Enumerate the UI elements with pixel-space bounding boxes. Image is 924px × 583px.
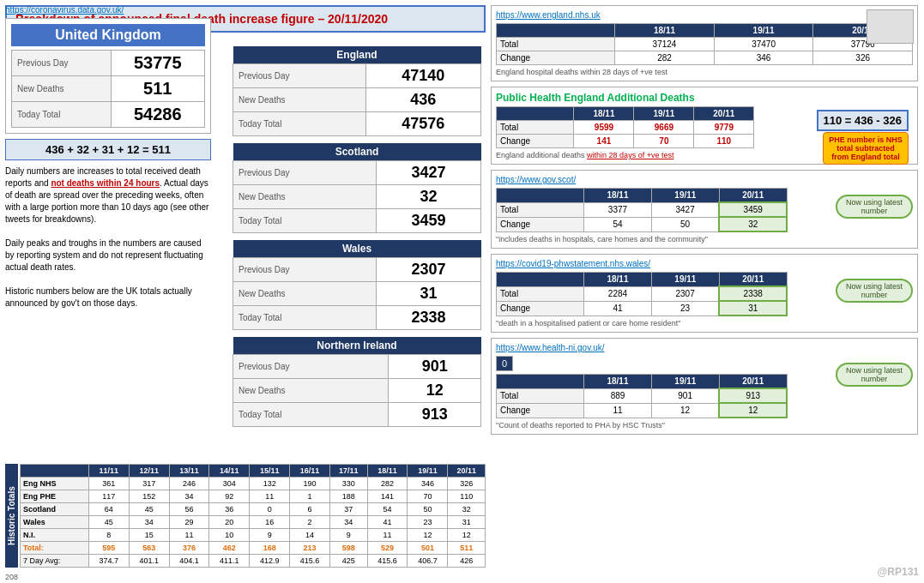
table-row: Change 141 70 110: [497, 135, 754, 148]
ni-rp-section: https://www.health-ni.gov.uk/ 0 18/11 19…: [491, 338, 918, 435]
historic-cell: 374.7: [88, 555, 129, 568]
uk-total-label: Today Total: [12, 102, 112, 128]
nhs-change-1811: 282: [615, 51, 715, 65]
phe-note: PHE number is NHS total subtracted from …: [823, 132, 909, 165]
wales-col-empty: [497, 273, 584, 287]
historic-cell: 501: [408, 542, 448, 555]
phe-change-1911: 70: [634, 135, 694, 148]
historic-col-header: [21, 465, 89, 478]
wal-prev-value: 2307: [376, 258, 480, 282]
uk-prev-value: 53775: [111, 51, 204, 76]
scot-table: 18/11 19/11 20/11 Total 3377 3427 3459 C…: [496, 188, 788, 232]
nhs-url[interactable]: https://www.england.nhs.uk: [496, 10, 913, 20]
historic-cell: 361: [88, 478, 129, 490]
wal-prev-label: Previous Day: [233, 258, 377, 282]
historic-cell: 54: [367, 503, 408, 516]
wal-new-label: New Deaths: [233, 282, 377, 306]
scot-col-1911: 19/11: [651, 189, 719, 203]
table-row: Total:595563376462168213598529501511: [21, 542, 486, 555]
scot-change-1811: 54: [584, 217, 652, 231]
historic-cell: 529: [367, 542, 408, 555]
historic-col-1611: 16/11: [290, 465, 330, 478]
nhs-col-1811: 18/11: [615, 24, 715, 38]
scotland-header: Scotland: [233, 143, 481, 161]
ni-total-2011: 913: [719, 388, 787, 403]
sco-prev-value: 3427: [376, 161, 480, 185]
phe-total-1811: 9599: [574, 121, 634, 135]
historic-cell: 34: [129, 516, 169, 529]
nhs-col-empty: [497, 24, 615, 38]
historic-col-1411: 14/11: [209, 465, 250, 478]
table-row: Wales4534292016234412331: [21, 516, 486, 529]
wal-total-value: 2338: [376, 306, 480, 330]
scot-header-row: 18/11 19/11 20/11: [497, 189, 788, 203]
phe-total-label: Total: [497, 121, 574, 135]
england-table: England Previous Day 47140 New Deaths 43…: [233, 46, 481, 136]
historic-cell: 12: [448, 529, 486, 542]
scot-change-1911: 50: [651, 217, 719, 231]
table-row: Today Total 54286: [12, 102, 205, 128]
historic-cell: 412.9: [250, 555, 290, 568]
historic-cell: 45: [88, 516, 129, 529]
desc-emphasis: not deaths within 24 hours: [51, 178, 160, 188]
ni-col-1911: 19/11: [651, 375, 719, 389]
nhs-change-2011: 326: [813, 51, 913, 65]
historic-cell: 32: [448, 503, 486, 516]
table-row: Change 11 12 12: [497, 403, 788, 418]
ni-url[interactable]: https://www.health-ni.gov.uk/: [496, 343, 913, 352]
historic-cell: 110: [448, 490, 486, 503]
historic-col-1211: 12/11: [129, 465, 169, 478]
gov-url[interactable]: https://coronavirus.data.gov.uk/: [5, 5, 486, 15]
wales-table: Wales Previous Day 2307 New Deaths 31 To…: [233, 240, 481, 330]
phe-col-1811: 18/11: [574, 107, 634, 121]
historic-cell: 29: [169, 516, 209, 529]
historic-row-label: 7 Day Avg:: [21, 555, 89, 568]
historic-col-1111: 11/11: [88, 465, 129, 478]
historic-cell: 64: [88, 503, 129, 516]
table-row: Total 889 901 913: [497, 388, 788, 403]
historic-col-1711: 17/11: [329, 465, 367, 478]
phe-formula: 110 = 436 - 326: [817, 110, 909, 131]
historic-col-2011: 20/11: [448, 465, 486, 478]
historic-cell: 511: [448, 542, 486, 555]
ni-total-label: Total: [497, 388, 584, 403]
table-row: Previous Day 53775: [12, 51, 205, 76]
historic-table: 11/11 12/11 13/11 14/11 15/11 16/11 17/1…: [20, 464, 486, 568]
ni-header-row: 18/11 19/11 20/11: [497, 375, 788, 389]
ni-total-1811: 889: [584, 388, 652, 403]
phe-caption-text: England additional deaths: [496, 151, 587, 159]
table-row: New Deaths 12: [233, 379, 481, 403]
historic-cell: 426: [448, 555, 486, 568]
scot-url[interactable]: https://www.gov.scot/: [496, 175, 913, 184]
historic-col-1911: 19/11: [408, 465, 448, 478]
historic-cell: 190: [290, 478, 330, 490]
phe-col-empty: [497, 107, 574, 121]
nhs-change-label: Change: [497, 51, 615, 65]
ni-change-label: Change: [497, 403, 584, 418]
table-row: New Deaths 511: [12, 76, 205, 102]
table-row: Previous Day 901: [233, 355, 481, 379]
ni-section: Northern Ireland Previous Day 901 New De…: [233, 337, 481, 427]
historic-cell: 168: [250, 542, 290, 555]
historic-row-label: Eng PHE: [21, 490, 89, 503]
historic-cell: 317: [129, 478, 169, 490]
historic-cell: 595: [88, 542, 129, 555]
historic-cell: 213: [290, 542, 330, 555]
scotland-section: Scotland Previous Day 3427 New Deaths 32…: [233, 143, 481, 233]
sco-new-value: 32: [376, 185, 480, 209]
ni-prev-label: Previous Day: [233, 355, 389, 379]
wales-change-1911: 23: [651, 301, 719, 316]
table-row: New Deaths 32: [233, 185, 481, 209]
phe-col-1911: 19/11: [634, 107, 694, 121]
scot-col-2011: 20/11: [719, 189, 787, 203]
phe-caption-red: within 28 days of +ve test: [587, 151, 673, 159]
ni-col-1811: 18/11: [584, 375, 652, 389]
wales-url[interactable]: https://covid19-phwstatement.nhs.wales/: [496, 259, 913, 268]
table-row: Eng PHE117152349211118814170110: [21, 490, 486, 503]
wales-total-2011: 2338: [719, 286, 787, 301]
ni-change-1811: 11: [584, 403, 652, 418]
scot-note: Now using latest number: [836, 195, 913, 219]
sco-new-label: New Deaths: [233, 185, 377, 209]
historic-cell: 246: [169, 478, 209, 490]
historic-row-label: Total:: [21, 542, 89, 555]
